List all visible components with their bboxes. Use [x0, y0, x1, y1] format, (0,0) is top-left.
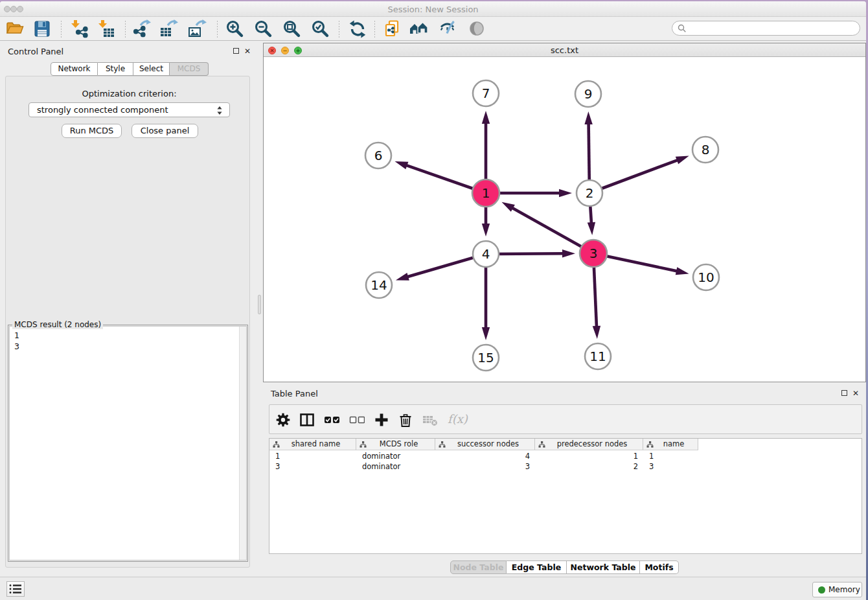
column-header-predecessor-nodes[interactable]: predecessor nodes	[535, 439, 643, 450]
search-icon	[678, 24, 687, 33]
control-panel-close-button[interactable]: ✕	[244, 47, 251, 55]
edge-arrow-1-7	[482, 111, 490, 124]
hide-details-icon[interactable]	[439, 19, 459, 39]
home-icon[interactable]	[409, 19, 429, 39]
table-cell[interactable]: 3	[643, 461, 698, 472]
zoom-in-icon[interactable]	[225, 19, 245, 39]
memory-button[interactable]: Memory	[812, 582, 862, 597]
control-panel-tab-mcds[interactable]: MCDS	[170, 62, 209, 76]
table-tab-node-table[interactable]: Node Table	[450, 560, 507, 574]
mcds-result-textarea[interactable]: 13	[9, 326, 247, 560]
zoom-out-icon[interactable]	[254, 19, 273, 39]
table-options-icon[interactable]	[275, 412, 291, 428]
toolbar-separator	[217, 21, 218, 38]
panel-divider-grip[interactable]	[258, 295, 261, 314]
table-panel-float-button[interactable]	[841, 390, 847, 396]
select-stepper-icon	[217, 106, 222, 115]
export-network-icon[interactable]	[132, 19, 152, 39]
table-tab-network-table[interactable]: Network Table	[567, 560, 640, 574]
graph-node-10[interactable]: 10	[693, 264, 719, 290]
graph-node-11[interactable]: 11	[585, 343, 611, 369]
table-cell[interactable]: 1	[643, 451, 698, 461]
search-input[interactable]	[672, 21, 860, 36]
control-panel-float-button[interactable]	[233, 48, 239, 54]
create-new-column-icon[interactable]	[374, 412, 389, 428]
export-image-icon[interactable]	[188, 19, 207, 39]
memory-status-icon	[818, 586, 825, 594]
birds-eye-view-icon[interactable]	[468, 19, 487, 39]
table-tab-motifs[interactable]: Motifs	[640, 560, 679, 574]
table-cell[interactable]: dominator	[356, 461, 435, 472]
edge-arrow-1-2	[559, 189, 572, 197]
svg-text:11: 11	[589, 349, 606, 364]
graph-node-2[interactable]: 2	[577, 180, 602, 206]
table-cell[interactable]: dominator	[356, 451, 435, 461]
table-cell[interactable]: 1	[535, 451, 643, 461]
svg-text:1: 1	[482, 185, 490, 201]
unselect-all-checkboxes-icon[interactable]	[349, 412, 365, 428]
import-network-icon[interactable]	[69, 19, 89, 39]
edge-2-8[interactable]	[589, 159, 680, 193]
table-toolbar: f(x)	[269, 404, 862, 434]
task-history-button[interactable]	[6, 581, 25, 597]
clone-network-icon[interactable]	[383, 19, 402, 39]
control-panel-tab-network[interactable]: Network	[51, 62, 98, 76]
desktop: Session: New Session Control Panel ✕ Net…	[0, 0, 868, 600]
graph-node-6[interactable]: 6	[365, 143, 391, 168]
column-header-MCDS-role[interactable]: MCDS role	[356, 439, 435, 450]
mcds-result-scrollbar[interactable]	[239, 327, 246, 560]
graph-node-3[interactable]: 3	[580, 240, 607, 267]
save-session-icon[interactable]	[32, 19, 52, 39]
export-table-icon[interactable]	[159, 19, 179, 39]
graph-node-14[interactable]: 14	[366, 272, 392, 298]
table-cell[interactable]: 1	[269, 451, 356, 461]
open-session-icon[interactable]	[5, 19, 25, 39]
delete-table-icon	[422, 412, 438, 428]
zoom-fit-icon[interactable]	[282, 19, 302, 39]
network-view-window: ✕ − + scc.txt 1 2 3 4 6 7 8 9 10 11	[263, 43, 866, 382]
refresh-icon[interactable]	[348, 19, 367, 39]
column-header-shared-name[interactable]: shared name	[269, 439, 356, 450]
graph-node-8[interactable]: 8	[692, 137, 718, 163]
table-cell[interactable]: 3	[269, 461, 356, 472]
graph-node-4[interactable]: 4	[473, 241, 499, 267]
table-tab-edge-table[interactable]: Edge Table	[507, 560, 567, 574]
status-bar: Memory	[0, 577, 866, 600]
memory-label: Memory	[828, 585, 860, 594]
control-panel-tab-select[interactable]: Select	[133, 62, 170, 76]
toolbar-separator	[374, 21, 375, 38]
network-window-titlebar[interactable]: ✕ − + scc.txt	[264, 43, 865, 57]
table-cell[interactable]: 3	[435, 461, 535, 472]
titlebar[interactable]: Session: New Session	[0, 1, 866, 17]
zoom-selected-icon[interactable]	[311, 19, 330, 39]
edge-arrow-2-9	[584, 111, 592, 124]
table-cell[interactable]: 4	[435, 451, 535, 461]
control-panel-tab-style[interactable]: Style	[98, 62, 133, 76]
graph-node-9[interactable]: 9	[575, 81, 601, 107]
column-header-name[interactable]: name	[643, 439, 698, 450]
svg-text:8: 8	[702, 142, 710, 157]
delete-columns-icon[interactable]	[398, 412, 413, 428]
function-builder-icon: f(x)	[448, 412, 470, 428]
import-table-icon[interactable]	[97, 19, 116, 39]
criterion-select[interactable]: strongly connected component	[29, 102, 230, 117]
svg-text:6: 6	[374, 148, 383, 163]
column-header-successor-nodes[interactable]: successor nodes	[435, 439, 535, 450]
close-panel-button[interactable]: Close panel	[131, 124, 198, 138]
mcds-result-line: 1	[14, 330, 19, 341]
select-all-checkboxes-icon[interactable]	[324, 412, 339, 428]
graph-node-15[interactable]: 15	[473, 345, 499, 371]
graph-node-7[interactable]: 7	[473, 80, 499, 106]
table-cell[interactable]: 2	[535, 461, 643, 472]
edge-arrow-1-4	[482, 224, 490, 237]
svg-text:9: 9	[584, 86, 593, 102]
list-icon	[9, 584, 22, 594]
table-panel-close-button[interactable]: ✕	[852, 389, 859, 397]
toolbar-separator	[125, 21, 126, 38]
network-canvas[interactable]: 1 2 3 4 6 7 8 9 10 11 14 15	[264, 57, 865, 382]
edge-arrow-3-11	[593, 326, 600, 339]
table-panel-tabs: Node TableEdge TableNetwork TableMotifs	[450, 560, 679, 574]
run-mcds-button[interactable]: Run MCDS	[62, 124, 122, 138]
show-column-icon[interactable]	[299, 412, 315, 428]
graph-node-1[interactable]: 1	[472, 179, 499, 207]
